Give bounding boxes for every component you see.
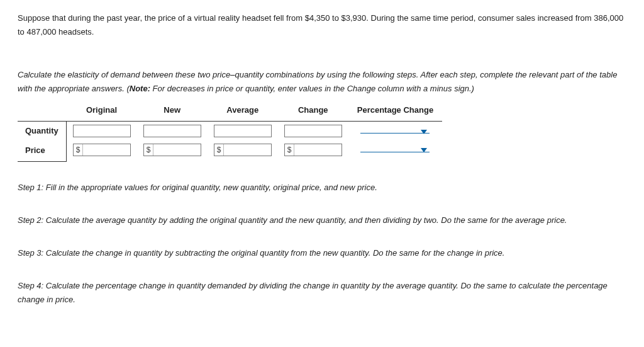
intro-paragraph: Suppose that during the past year, the p… [18,11,626,39]
rowlabel-quantity: Quantity [18,122,66,141]
instruction-text-2: For decreases in price or quantity, ente… [150,84,474,93]
price-change-input[interactable]: $ [284,144,342,156]
quantity-original-input[interactable] [73,125,131,137]
price-average-input[interactable]: $ [214,144,272,156]
dollar-prefix: $ [144,144,154,156]
intro-text: Suppose that during the past year, the p… [18,11,626,39]
price-pct-dropdown[interactable] [360,151,430,152]
rowlabel-price: Price [18,141,66,162]
step-4: Step 4: Calculate the percentage change … [18,279,626,307]
chevron-down-icon [421,130,427,134]
dollar-prefix: $ [285,144,295,156]
dollar-prefix: $ [214,144,225,156]
table-header-pct: Percentage Change [348,101,442,122]
price-original-input[interactable]: $ [73,144,131,156]
elasticity-table: Original New Average Change Percentage C… [18,101,442,161]
table-header-change: Change [278,101,348,122]
quantity-average-input[interactable] [214,125,272,137]
table-row-price: Price $ $ $ $ [18,141,442,162]
table-header-original: Original [66,101,137,122]
step-3: Step 3: Calculate the change in quantity… [18,246,626,260]
step-2: Step 2: Calculate the average quantity b… [18,213,626,227]
table-row-quantity: Quantity [18,122,442,141]
chevron-down-icon [421,148,427,152]
quantity-new-input[interactable] [143,125,201,137]
quantity-change-input[interactable] [284,125,342,137]
quantity-pct-dropdown[interactable] [360,132,430,134]
price-new-input[interactable]: $ [143,144,201,156]
table-header-new: New [137,101,208,122]
table-header-average: Average [208,101,278,122]
note-label: Note: [130,84,150,93]
step-1: Step 1: Fill in the appropriate values f… [18,181,626,195]
dollar-prefix: $ [74,144,84,156]
instruction-paragraph: Calculate the elasticity of demand betwe… [18,68,626,96]
table-header-blank [18,101,66,122]
